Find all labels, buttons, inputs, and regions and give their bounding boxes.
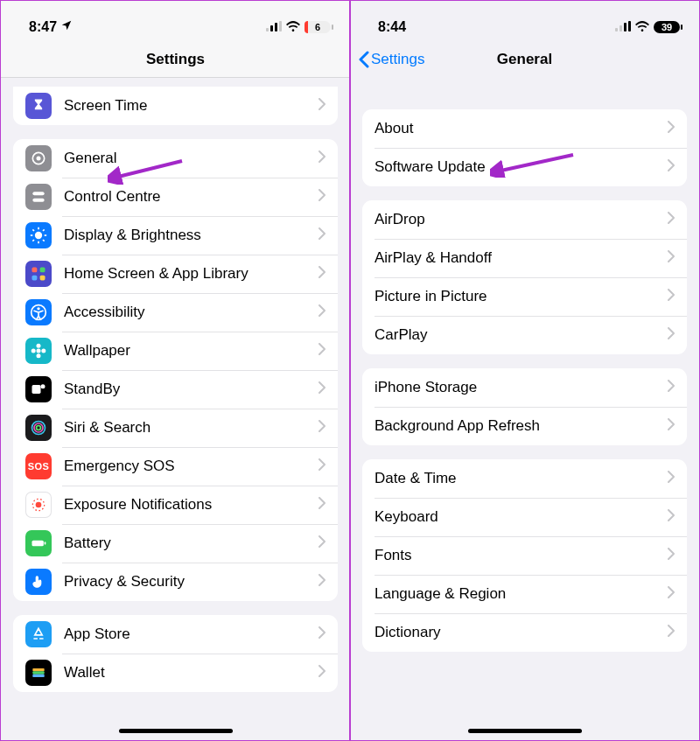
back-button[interactable]: Settings — [359, 41, 424, 78]
cellular-signal-icon — [266, 19, 282, 35]
chevron-right-icon — [668, 120, 675, 137]
row-label: Privacy & Security — [64, 573, 318, 591]
row-label: Accessibility — [64, 304, 318, 321]
row-label: CarPlay — [374, 326, 668, 344]
screenshot-divider — [349, 1, 351, 740]
chevron-right-icon — [318, 535, 326, 552]
standby-icon — [25, 376, 52, 402]
svg-rect-37 — [32, 668, 44, 671]
wifi-icon — [286, 19, 300, 35]
svg-line-15 — [32, 240, 34, 241]
home-indicator[interactable] — [468, 729, 582, 733]
settings-group: iPhone StorageBackground App Refresh — [362, 368, 687, 445]
wifi-icon — [635, 19, 649, 35]
svg-point-32 — [37, 426, 41, 430]
settings-group: AboutSoftware Update — [362, 109, 687, 186]
svg-point-29 — [41, 384, 46, 388]
chevron-right-icon — [668, 508, 675, 526]
chevron-right-icon — [318, 342, 326, 360]
settings-row[interactable]: CarPlay — [362, 316, 687, 354]
siri-icon — [25, 415, 52, 441]
settings-row[interactable]: Dictionary — [362, 613, 687, 652]
chevron-right-icon — [668, 379, 675, 396]
settings-row[interactable]: Battery — [13, 524, 338, 563]
settings-group: Date & TimeKeyboardFontsLanguage & Regio… — [362, 459, 687, 652]
exposure-icon — [25, 492, 52, 518]
row-label: Display & Brightness — [64, 227, 318, 244]
settings-list[interactable]: Screen Time GeneralControl CentreDisplay… — [1, 78, 350, 740]
status-time: 8:47 — [29, 19, 57, 35]
row-label: App Store — [64, 626, 318, 643]
location-arrow-icon — [60, 19, 73, 35]
settings-row[interactable]: SOSEmergency SOS — [13, 447, 338, 486]
chevron-right-icon — [668, 326, 675, 344]
sos-icon: SOS — [25, 453, 52, 479]
settings-row[interactable]: Home Screen & App Library — [13, 255, 338, 293]
home-indicator[interactable] — [119, 729, 233, 733]
row-label: AirDrop — [374, 211, 668, 228]
settings-row[interactable]: StandBy — [13, 370, 338, 409]
settings-row[interactable]: Language & Region — [362, 575, 687, 613]
svg-point-27 — [41, 349, 46, 353]
settings-group: GeneralControl CentreDisplay & Brightnes… — [13, 139, 338, 601]
chevron-right-icon — [668, 417, 675, 435]
svg-rect-6 — [32, 192, 44, 195]
settings-row[interactable]: Siri & Search — [13, 409, 338, 447]
row-label: iPhone Storage — [374, 379, 668, 396]
svg-rect-42 — [620, 25, 622, 31]
wallet-icon — [25, 660, 52, 686]
svg-point-25 — [37, 353, 41, 358]
svg-rect-7 — [32, 199, 44, 202]
row-label: Fonts — [374, 547, 668, 564]
svg-point-8 — [35, 232, 42, 239]
settings-row[interactable]: General — [13, 139, 338, 178]
row-label: Screen Time — [64, 97, 318, 115]
chevron-right-icon — [668, 470, 675, 487]
svg-line-16 — [43, 229, 45, 231]
settings-row[interactable]: Picture in Picture — [362, 277, 687, 316]
chevron-right-icon — [318, 188, 326, 206]
svg-rect-28 — [32, 385, 41, 394]
svg-rect-43 — [624, 23, 626, 31]
svg-rect-41 — [615, 28, 618, 31]
row-label: Language & Region — [374, 585, 668, 603]
settings-row[interactable]: App Store — [13, 615, 338, 654]
settings-row[interactable]: About — [362, 109, 687, 148]
settings-row[interactable]: Date & Time — [362, 459, 687, 498]
gear-icon — [25, 145, 52, 171]
settings-row[interactable]: Screen Time — [13, 87, 338, 125]
svg-rect-3 — [279, 21, 282, 31]
row-label: StandBy — [64, 381, 318, 398]
svg-rect-38 — [32, 671, 44, 674]
svg-rect-2 — [275, 23, 277, 31]
settings-row[interactable]: Wallpaper — [13, 332, 338, 370]
chevron-right-icon — [318, 304, 326, 321]
row-label: Wallet — [64, 664, 318, 682]
svg-rect-39 — [32, 675, 44, 677]
settings-row[interactable]: Software Update — [362, 148, 687, 186]
accessibility-icon — [25, 299, 52, 325]
settings-row[interactable]: Wallet — [13, 654, 338, 692]
chevron-right-icon — [318, 496, 326, 514]
settings-row[interactable]: iPhone Storage — [362, 368, 687, 407]
status-bar: 8:44 39 — [350, 1, 699, 41]
chevron-right-icon — [318, 265, 326, 283]
settings-row[interactable]: AirPlay & Handoff — [362, 239, 687, 277]
row-label: Keyboard — [374, 508, 668, 526]
general-list[interactable]: AboutSoftware Update AirDropAirPlay & Ha… — [350, 78, 699, 740]
row-label: Control Centre — [64, 188, 318, 206]
settings-row[interactable]: Control Centre — [13, 178, 338, 216]
settings-row[interactable]: Background App Refresh — [362, 407, 687, 445]
chevron-right-icon — [668, 158, 675, 176]
settings-row[interactable]: AirDrop — [362, 200, 687, 239]
settings-row[interactable]: Display & Brightness — [13, 216, 338, 255]
settings-row[interactable]: Fonts — [362, 536, 687, 575]
settings-row[interactable]: Keyboard — [362, 498, 687, 536]
settings-row[interactable]: Privacy & Security — [13, 563, 338, 601]
settings-row[interactable]: Exposure Notifications — [13, 486, 338, 524]
svg-point-5 — [37, 157, 41, 161]
status-time: 8:44 — [378, 19, 406, 35]
row-label: AirPlay & Handoff — [374, 249, 668, 267]
chevron-right-icon — [318, 626, 326, 643]
settings-row[interactable]: Accessibility — [13, 293, 338, 332]
